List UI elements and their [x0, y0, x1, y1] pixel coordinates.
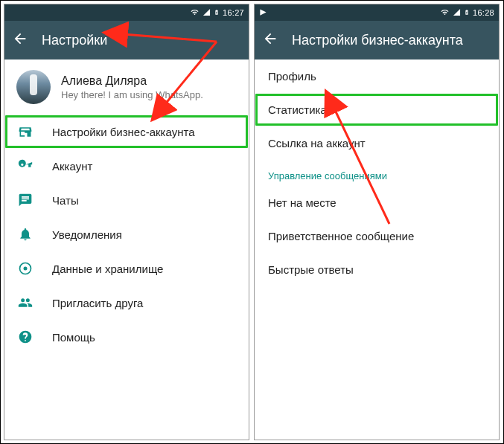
item-label: Чаты	[52, 194, 79, 207]
play-icon	[259, 8, 267, 18]
phone-right: 16:28 Настройки бизнес-аккаунта Профиль …	[254, 4, 500, 440]
item-help[interactable]: Помощь	[4, 320, 249, 354]
settings-list: Настройки бизнес-аккаунта Аккаунт Чаты У…	[4, 115, 249, 358]
profile-status: Hey there! I am using WhatsApp.	[61, 89, 203, 100]
battery-icon	[464, 7, 470, 19]
appbar-title: Настройки бизнес-аккаунта	[292, 33, 463, 48]
item-quick-replies[interactable]: Быстрые ответы	[255, 253, 499, 286]
phone-left: 16:27 Настройки Алиева Диляра Hey there!…	[4, 4, 249, 440]
item-label: Нет на месте	[268, 196, 336, 209]
battery-icon	[214, 7, 220, 19]
app-bar: Настройки бизнес-аккаунта	[255, 21, 499, 59]
wifi-icon	[190, 8, 200, 18]
item-statistics[interactable]: Статистика	[255, 93, 499, 126]
bell-icon	[18, 227, 33, 242]
business-settings-list: Профиль Статистика Ссылка на аккаунт Упр…	[255, 59, 499, 291]
invite-icon	[18, 295, 33, 310]
item-business-settings[interactable]: Настройки бизнес-аккаунта	[4, 115, 249, 149]
item-label: Приветственное сообщение	[268, 230, 414, 242]
clock-text: 16:28	[473, 8, 494, 17]
item-away[interactable]: Нет на месте	[255, 186, 499, 219]
item-profile[interactable]: Профиль	[255, 59, 499, 93]
signal-icon	[453, 8, 461, 18]
status-bar: 16:28	[255, 4, 499, 21]
app-bar: Настройки	[4, 21, 249, 59]
clock-text: 16:27	[223, 8, 244, 17]
item-label: Пригласить друга	[52, 297, 143, 309]
item-data-storage[interactable]: Данные и хранилище	[4, 251, 249, 286]
item-account-link[interactable]: Ссылка на аккаунт	[255, 126, 499, 160]
appbar-title: Настройки	[42, 33, 107, 48]
item-chats[interactable]: Чаты	[4, 183, 249, 217]
help-icon	[18, 329, 33, 344]
storefront-icon	[18, 124, 33, 139]
back-icon[interactable]	[262, 30, 278, 50]
back-icon[interactable]	[12, 30, 28, 50]
item-label: Помощь	[52, 331, 95, 344]
status-bar: 16:27	[4, 4, 249, 21]
item-invite-friend[interactable]: Пригласить друга	[4, 286, 249, 320]
svg-point-0	[24, 267, 28, 271]
chat-icon	[18, 193, 33, 207]
item-label: Профиль	[268, 70, 316, 83]
key-icon	[18, 158, 33, 173]
item-label: Данные и хранилище	[52, 263, 163, 275]
item-label: Статистика	[268, 103, 327, 116]
data-icon	[18, 261, 33, 276]
item-account[interactable]: Аккаунт	[4, 149, 249, 183]
wifi-icon	[440, 8, 450, 18]
profile-row[interactable]: Алиева Диляра Hey there! I am using What…	[4, 59, 249, 115]
item-label: Быстрые ответы	[268, 263, 354, 276]
item-label: Ссылка на аккаунт	[268, 137, 366, 149]
item-label: Аккаунт	[52, 160, 92, 173]
item-greeting[interactable]: Приветственное сообщение	[255, 219, 499, 253]
signal-icon	[202, 8, 211, 18]
avatar	[16, 70, 51, 104]
profile-name: Алиева Диляра	[61, 74, 203, 88]
item-notifications[interactable]: Уведомления	[4, 217, 249, 251]
item-label: Настройки бизнес-аккаунта	[52, 126, 194, 138]
section-header-messaging: Управление сообщениями	[255, 160, 499, 186]
item-label: Уведомления	[52, 228, 122, 241]
